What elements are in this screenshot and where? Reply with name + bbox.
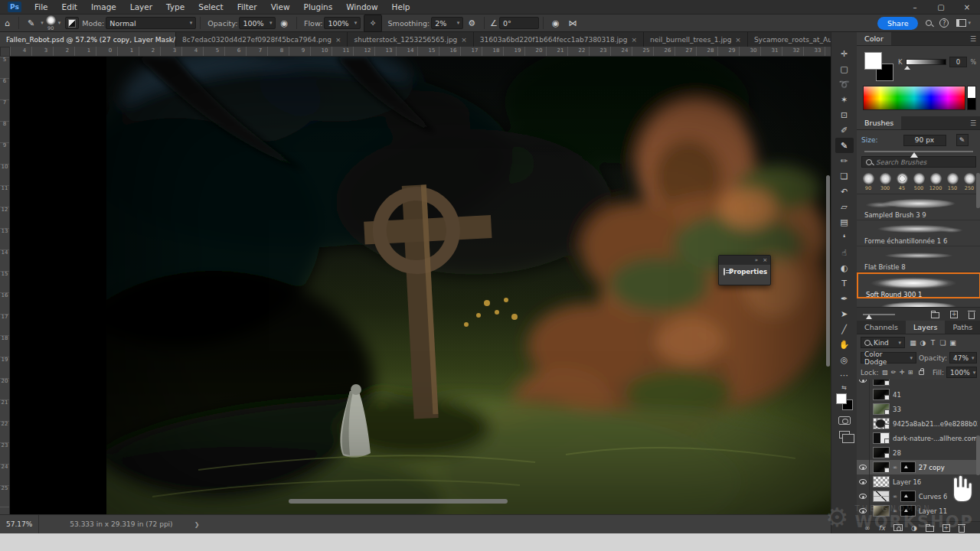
menu-item[interactable]: Type: [159, 0, 191, 15]
layer-thumbnail[interactable]: [873, 505, 890, 517]
layer-filter-icon[interactable]: ▦: [908, 339, 918, 347]
tool-button[interactable]: T: [835, 276, 854, 291]
lock-all-icon[interactable]: [919, 370, 924, 375]
document-tab[interactable]: neil_burnell_trees_1.jpg ×: [644, 32, 748, 47]
vertical-scrollbar[interactable]: [826, 175, 830, 367]
layer-filter-icon[interactable]: ▣: [948, 339, 958, 347]
help-icon[interactable]: ?: [939, 18, 949, 28]
layer-thumbnail[interactable]: [873, 461, 890, 473]
tab-brushes[interactable]: Brushes: [857, 116, 901, 129]
mask-link-icon[interactable]: ∞: [893, 494, 897, 500]
lock-option-icon[interactable]: ✛: [898, 369, 906, 376]
layer-thumbnail[interactable]: [873, 418, 890, 429]
tool-button[interactable]: ▢: [835, 61, 854, 77]
layer-name[interactable]: 27 copy: [919, 464, 945, 471]
layer-fill-select[interactable]: 100% ▾: [946, 367, 977, 378]
layer-visibility-toggle[interactable]: [857, 387, 870, 402]
layer-mask-thumbnail[interactable]: [900, 505, 916, 517]
layer-name[interactable]: Curves 6: [919, 493, 948, 500]
tool-button[interactable]: ╱: [835, 321, 854, 337]
layers-panel-tab[interactable]: Channels: [857, 321, 906, 334]
layer-name[interactable]: Layer 16: [893, 478, 921, 486]
layer-filter-icon[interactable]: ❏: [938, 339, 948, 347]
layer-thumbnail[interactable]: [873, 432, 890, 444]
airbrush-toggle-icon[interactable]: ✧: [364, 15, 381, 32]
layers-panel-tab[interactable]: Paths: [945, 321, 980, 334]
close-icon[interactable]: ×: [954, 0, 980, 15]
tool-button[interactable]: ▤: [835, 214, 854, 230]
layer-opacity-select[interactable]: 47% ▾: [949, 352, 977, 364]
layer-row[interactable]: ∞ 9425a8ab21...e9e8288b03: [857, 416, 980, 431]
panel-menu-icon[interactable]: ☰: [965, 116, 980, 129]
link-layers-icon[interactable]: ∞: [864, 524, 871, 532]
menu-item[interactable]: Help: [385, 0, 417, 15]
workspace-switcher[interactable]: ▾: [956, 19, 971, 27]
layer-filter-icon[interactable]: ◑: [918, 339, 928, 347]
lock-option-icon[interactable]: ✏: [890, 369, 898, 376]
layer-row[interactable]: ∞ Curves 6: [857, 489, 980, 504]
tool-button[interactable]: ❏: [835, 168, 854, 184]
layer-visibility-toggle[interactable]: [857, 380, 870, 387]
layer-visibility-toggle[interactable]: [857, 504, 870, 518]
menu-item[interactable]: Image: [84, 0, 123, 15]
layer-visibility-toggle[interactable]: [857, 416, 870, 431]
close-panel-icon[interactable]: ×: [763, 257, 767, 263]
layer-thumbnail[interactable]: [873, 380, 890, 386]
black-white-swatches[interactable]: [967, 86, 976, 110]
layer-row[interactable]: ∞ Layer 16: [857, 474, 980, 489]
recent-brush[interactable]: 500: [911, 173, 926, 191]
tool-button[interactable]: ✶: [835, 92, 854, 107]
layer-row[interactable]: ∞ dark-nature-...allhere.com: [857, 431, 980, 445]
brush-search-field[interactable]: Search Brushes: [861, 156, 976, 168]
tool-button[interactable]: ✛: [835, 46, 854, 61]
layer-mask-thumbnail[interactable]: [900, 461, 916, 473]
horizontal-scrollbar[interactable]: [289, 499, 508, 504]
new-group-icon[interactable]: [931, 312, 939, 318]
new-layer-icon[interactable]: +: [942, 524, 950, 532]
panel-menu-icon[interactable]: ☰: [965, 32, 980, 45]
zoom-level-field[interactable]: 57.17%: [0, 515, 39, 533]
layer-name[interactable]: 9425a8ab21...e9e8288b03: [893, 420, 978, 428]
smoothing-select[interactable]: 2% ▾: [431, 17, 463, 29]
home-icon[interactable]: ⌂: [0, 15, 15, 32]
close-tab-icon[interactable]: ×: [735, 36, 741, 44]
layer-row[interactable]: ∞: [857, 380, 980, 387]
close-tab-icon[interactable]: ×: [335, 36, 341, 44]
flow-select[interactable]: 100% ▾: [324, 17, 361, 29]
layer-visibility-toggle[interactable]: [857, 431, 870, 445]
quick-mask-button[interactable]: [838, 416, 851, 425]
brush-list-item[interactable]: Soft Round 300 1: [857, 272, 980, 298]
tool-button[interactable]: ⋯: [835, 367, 854, 383]
tool-button[interactable]: ✐: [835, 122, 854, 138]
menu-item[interactable]: Edit: [55, 0, 84, 15]
brushes-scrollbar[interactable]: [976, 173, 980, 208]
mask-link-icon[interactable]: ∞: [893, 508, 897, 514]
tool-button[interactable]: ✏: [835, 153, 854, 168]
tool-button[interactable]: ❛: [835, 230, 854, 245]
status-options-icon[interactable]: ❯: [194, 521, 200, 528]
layer-visibility-toggle[interactable]: [857, 489, 870, 504]
layer-name[interactable]: Layer 11: [919, 507, 947, 515]
recent-brush[interactable]: 1200: [928, 173, 943, 191]
layer-row[interactable]: ∞ 33: [857, 402, 980, 416]
foreground-color-swatch[interactable]: [864, 52, 882, 70]
opacity-select[interactable]: 100% ▾: [239, 17, 276, 29]
adjustment-layer-icon[interactable]: ◑: [911, 524, 917, 532]
layer-row[interactable]: ∞ Layer 11: [857, 504, 980, 518]
collapse-panel-icon[interactable]: »: [755, 257, 758, 263]
tool-button[interactable]: ☝: [835, 245, 854, 260]
layer-row[interactable]: ∞ 27 copy: [857, 460, 980, 474]
brush-list-item[interactable]: Flat Bristle 8: [857, 246, 980, 272]
layer-row[interactable]: ∞ 41: [857, 387, 980, 402]
brush-size-slider[interactable]: [864, 151, 973, 152]
menu-item[interactable]: Window: [339, 0, 384, 15]
lock-option-icon[interactable]: ▨: [881, 369, 890, 376]
blend-mode-select[interactable]: Normal ▾: [106, 17, 196, 29]
lock-option-icon[interactable]: ⊞: [906, 369, 915, 376]
layer-mask-thumbnail[interactable]: [900, 491, 916, 502]
brush-size-input[interactable]: 90 px: [903, 135, 946, 146]
mask-link-icon[interactable]: ∞: [893, 465, 897, 471]
tool-button[interactable]: ▱: [835, 199, 854, 214]
layer-thumbnail[interactable]: [873, 491, 890, 502]
recent-brush[interactable]: 250: [962, 173, 977, 191]
